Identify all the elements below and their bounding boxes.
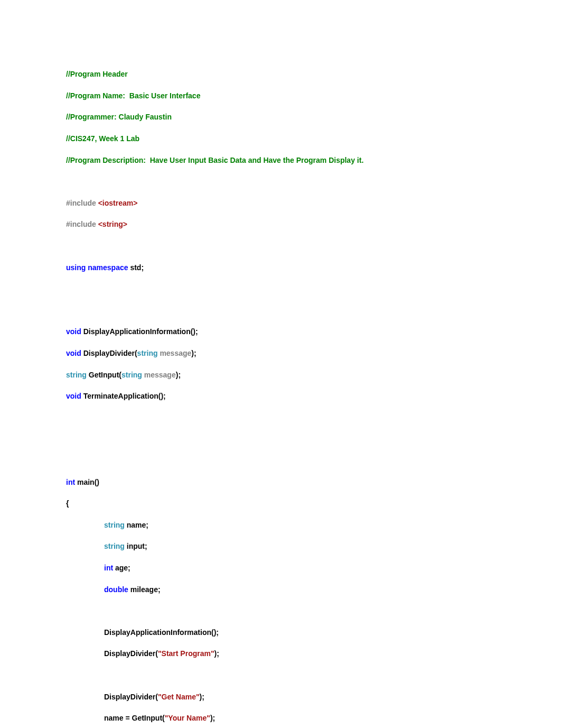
code-line: //Program Header: [66, 69, 561, 79]
string-literal: "Get Name": [158, 693, 200, 701]
blank-line: [66, 283, 561, 294]
code-line: double mileage;: [66, 584, 561, 595]
parameter: message: [142, 371, 176, 379]
variable-decl: name;: [125, 521, 148, 529]
type-name: string: [137, 349, 158, 357]
function-name: main(): [75, 478, 99, 486]
code-line: {: [66, 498, 561, 509]
blank-line: [66, 241, 561, 251]
code-line: #include <iostream>: [66, 198, 561, 208]
code-line: string GetInput(string message);: [66, 370, 561, 380]
code-line: //Programmer: Claudy Faustin: [66, 112, 561, 122]
code-line: DisplayDivider("Get Name");: [66, 692, 561, 702]
type-name: string: [104, 521, 125, 529]
keyword: namespace: [88, 263, 128, 272]
keyword: void: [66, 392, 81, 400]
blank-line: [66, 670, 561, 680]
code-line: string name;: [66, 520, 561, 530]
variable-decl: input;: [125, 542, 147, 550]
type-name: string: [104, 542, 125, 550]
string-literal: "Your Name": [165, 714, 210, 722]
comment: //Program Header: [66, 70, 128, 78]
blank-line: [66, 605, 561, 616]
function-decl: GetInput(: [87, 371, 121, 379]
comment: //Programmer: Claudy Faustin: [66, 113, 172, 121]
keyword: int: [104, 564, 113, 572]
code-line: DisplayApplicationInformation();: [66, 627, 561, 638]
type-name: string: [66, 371, 87, 379]
type-name: string: [121, 371, 142, 379]
code-line: //CIS247, Week 1 Lab: [66, 133, 561, 144]
keyword: using: [66, 263, 86, 272]
code-line: //Program Description: Have User Input B…: [66, 155, 561, 165]
keyword: double: [104, 585, 128, 594]
comment: //Program Description: Have User Input B…: [66, 156, 363, 164]
code-line: void DisplayDivider(string message);: [66, 348, 561, 358]
code-line: //Program Name: Basic User Interface: [66, 90, 561, 101]
keyword: void: [66, 349, 81, 357]
preprocessor: #include: [66, 220, 96, 228]
code-line: int age;: [66, 563, 561, 573]
function-call: DisplayDivider(: [104, 649, 158, 658]
comment: //Program Name: Basic User Interface: [66, 91, 200, 100]
function-call: DisplayDivider(: [104, 693, 158, 701]
code-line: #include <string>: [66, 219, 561, 229]
keyword: int: [66, 478, 75, 486]
function-call: DisplayApplicationInformation();: [104, 628, 219, 637]
assignment: name = GetInput(: [104, 714, 165, 722]
include-literal: <string>: [96, 220, 127, 228]
blank-line: [66, 305, 561, 316]
string-literal: "Start Program": [158, 649, 214, 658]
blank-line: [66, 412, 561, 423]
code-line: using namespace std;: [66, 262, 561, 273]
code-line: string input;: [66, 541, 561, 551]
comment: //CIS247, Week 1 Lab: [66, 134, 139, 143]
blank-line: [66, 455, 561, 466]
code-line: name = GetInput("Your Name");: [66, 713, 561, 723]
function-decl: DisplayApplicationInformation();: [81, 327, 198, 336]
function-decl: DisplayDivider(: [81, 349, 137, 357]
brace: {: [66, 499, 69, 508]
code-line: void TerminateApplication();: [66, 391, 561, 401]
function-decl: TerminateApplication();: [81, 392, 166, 400]
code-line: void DisplayApplicationInformation();: [66, 326, 561, 337]
keyword: void: [66, 327, 81, 336]
variable-decl: mileage;: [128, 585, 161, 594]
code-line: int main(): [66, 477, 561, 487]
identifier: std;: [128, 263, 144, 272]
include-literal: <iostream>: [96, 199, 138, 207]
code-document: //Program Header //Program Name: Basic U…: [66, 58, 561, 728]
parameter: message: [158, 349, 192, 357]
preprocessor: #include: [66, 199, 96, 207]
variable-decl: age;: [113, 564, 130, 572]
code-line: DisplayDivider("Start Program");: [66, 648, 561, 659]
blank-line: [66, 176, 561, 187]
blank-line: [66, 434, 561, 444]
